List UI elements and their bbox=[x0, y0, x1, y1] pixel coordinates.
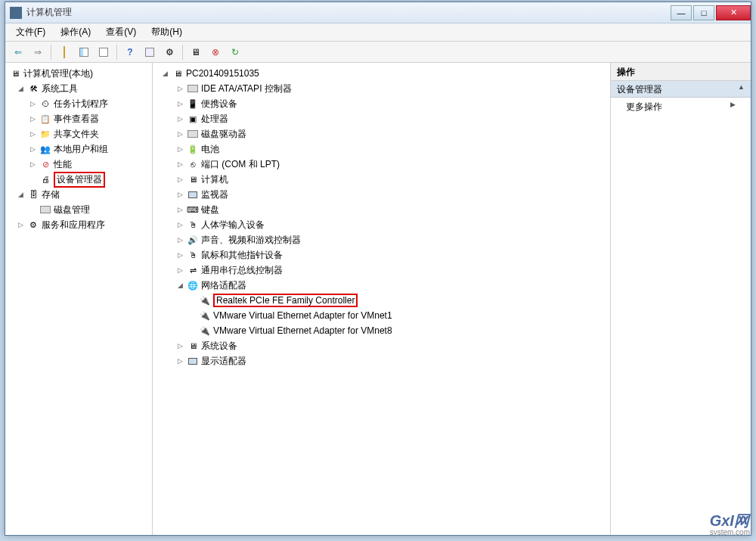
titlebar[interactable]: 计算机管理 — □ ✕ bbox=[5, 2, 751, 23]
dev-mouse[interactable]: ▷ 🖱 鼠标和其他指针设备 bbox=[154, 247, 609, 263]
expander-icon[interactable]: ▷ bbox=[16, 221, 25, 229]
dev-cpu[interactable]: ▷ ▣ 处理器 bbox=[154, 111, 609, 126]
tree-services[interactable]: ▷ ⚙ 服务和应用程序 bbox=[7, 217, 150, 232]
refresh-button[interactable]: ↻ bbox=[227, 44, 243, 61]
tree-event[interactable]: ▷ 📋 事件查看器 bbox=[7, 111, 150, 126]
clock-icon: ⏲ bbox=[39, 98, 51, 110]
disk-icon bbox=[39, 204, 51, 216]
more-actions[interactable]: 更多操作 ▶ bbox=[611, 98, 751, 117]
hid-icon: 🖱 bbox=[187, 219, 199, 231]
device-tree-pane[interactable]: ◢ 🖥 PC201409151035 ▷ IDE ATA/ATAPI 控制器 ▷… bbox=[153, 63, 611, 535]
expander-icon[interactable]: ▷ bbox=[28, 100, 37, 107]
tree-label: 通用串行总线控制器 bbox=[201, 264, 283, 277]
tree-systools[interactable]: ◢ 🛠 系统工具 bbox=[7, 81, 150, 96]
expander-icon[interactable]: ▷ bbox=[28, 145, 37, 153]
expander-icon[interactable]: ▷ bbox=[175, 266, 184, 274]
tree-share[interactable]: ▷ 📁 共享文件夹 bbox=[7, 126, 150, 141]
tree-label: PC201409151035 bbox=[186, 68, 259, 79]
tree-root[interactable]: 🖥 计算机管理(本地) bbox=[7, 66, 150, 81]
menu-view[interactable]: 查看(V) bbox=[100, 24, 142, 40]
tree-diskmgr[interactable]: 磁盘管理 bbox=[7, 202, 150, 217]
properties-button[interactable] bbox=[95, 44, 112, 61]
expander-icon[interactable]: ◢ bbox=[175, 281, 184, 289]
expander-icon[interactable]: ▷ bbox=[28, 115, 37, 123]
expander-icon[interactable]: ▷ bbox=[175, 100, 184, 107]
expander-icon[interactable]: ▷ bbox=[175, 160, 184, 168]
dev-ide[interactable]: ▷ IDE ATA/ATAPI 控制器 bbox=[154, 81, 609, 96]
dev-sysdev[interactable]: ▷ 🖥 系统设备 bbox=[154, 338, 609, 353]
expander-icon[interactable]: ▷ bbox=[175, 357, 184, 365]
dev-portable[interactable]: ▷ 📱 便携设备 bbox=[154, 96, 609, 111]
expander-icon[interactable]: ◢ bbox=[160, 70, 169, 77]
dev-keyboard[interactable]: ▷ ⌨ 键盘 bbox=[154, 202, 609, 217]
dev-display[interactable]: ▷ 显示适配器 bbox=[154, 353, 609, 368]
show-hide-tree-button[interactable] bbox=[76, 44, 92, 61]
nic-icon: 🔌 bbox=[199, 309, 211, 322]
dev-usb[interactable]: ▷ ⇌ 通用串行总线控制器 bbox=[154, 263, 609, 278]
toolbar-btn-8[interactable]: ⚙ bbox=[161, 44, 178, 61]
tree-label: 鼠标和其他指针设备 bbox=[201, 249, 283, 262]
minimize-button[interactable]: — bbox=[671, 5, 692, 20]
tree-label: 系统设备 bbox=[201, 340, 237, 353]
expander-icon[interactable]: ▷ bbox=[175, 145, 184, 153]
dev-nic2[interactable]: 🔌 VMware Virtual Ethernet Adapter for VM… bbox=[154, 308, 609, 323]
expander-icon[interactable]: ▷ bbox=[175, 85, 184, 92]
dev-network[interactable]: ◢ 🌐 网络适配器 bbox=[154, 278, 609, 293]
dev-monitors[interactable]: ▷ 监视器 bbox=[154, 187, 609, 202]
expander-icon[interactable]: ▷ bbox=[175, 236, 184, 244]
tree-label-highlighted: 设备管理器 bbox=[54, 172, 105, 188]
tree-label: 处理器 bbox=[201, 113, 228, 126]
help-button[interactable]: ? bbox=[122, 44, 138, 61]
tree-label: 本地用户和组 bbox=[54, 143, 108, 156]
gear-icon: ⚙ bbox=[166, 47, 174, 58]
actions-section[interactable]: 设备管理器 ▲ bbox=[611, 81, 751, 98]
tree-devmgr[interactable]: 🖨 设备管理器 bbox=[7, 172, 150, 187]
dev-battery[interactable]: ▷ 🔋 电池 bbox=[154, 141, 609, 157]
tree-label: 共享文件夹 bbox=[54, 128, 99, 141]
scan-hardware-button[interactable]: 🖥 bbox=[187, 44, 204, 61]
expander-icon[interactable]: ▷ bbox=[175, 176, 184, 183]
tree-storage[interactable]: ◢ 🗄 存储 bbox=[7, 187, 150, 202]
back-button[interactable]: ⇐ bbox=[10, 44, 26, 61]
tree-label: 计算机管理(本地) bbox=[23, 67, 93, 80]
expander-icon[interactable]: ◢ bbox=[16, 191, 25, 198]
tree-label: 系统工具 bbox=[42, 82, 78, 95]
dev-sound[interactable]: ▷ 🔊 声音、视频和游戏控制器 bbox=[154, 232, 609, 247]
sysdev-icon: 🖥 bbox=[187, 340, 199, 352]
dev-hid[interactable]: ▷ 🖱 人体学输入设备 bbox=[154, 217, 609, 232]
forward-button[interactable]: ⇒ bbox=[29, 44, 46, 61]
dev-root[interactable]: ◢ 🖥 PC201409151035 bbox=[154, 66, 609, 81]
expander-icon[interactable]: ◢ bbox=[16, 85, 25, 92]
toolbar-btn-7[interactable] bbox=[141, 44, 158, 61]
up-button[interactable] bbox=[56, 44, 73, 61]
dev-diskdrive[interactable]: ▷ 磁盘驱动器 bbox=[154, 126, 609, 141]
left-tree-pane[interactable]: 🖥 计算机管理(本地) ◢ 🛠 系统工具 ▷ ⏲ 任务计划程序 ▷ 📋 事件查看… bbox=[5, 63, 153, 535]
folder-up-icon bbox=[64, 47, 65, 58]
expander-icon[interactable]: ▷ bbox=[175, 342, 184, 350]
maximize-button[interactable]: □ bbox=[693, 5, 714, 20]
tree-label: 电池 bbox=[201, 143, 219, 156]
tree-label: 任务计划程序 bbox=[54, 98, 108, 110]
menu-file[interactable]: 文件(F) bbox=[10, 24, 51, 40]
expander-icon[interactable]: ▷ bbox=[175, 221, 184, 229]
tree-label: 性能 bbox=[54, 158, 72, 171]
menu-action[interactable]: 操作(A) bbox=[54, 24, 97, 40]
dev-computer[interactable]: ▷ 🖥 计算机 bbox=[154, 172, 609, 187]
menu-help[interactable]: 帮助(H) bbox=[145, 24, 188, 40]
tree-label: 计算机 bbox=[201, 173, 228, 186]
dev-ports[interactable]: ▷ ⎋ 端口 (COM 和 LPT) bbox=[154, 157, 609, 172]
close-button[interactable]: ✕ bbox=[716, 5, 751, 20]
tree-task[interactable]: ▷ ⏲ 任务计划程序 bbox=[7, 96, 150, 111]
expander-icon[interactable]: ▷ bbox=[28, 160, 37, 168]
dev-nic1[interactable]: 🔌 Realtek PCIe FE Family Controller bbox=[154, 293, 609, 308]
expander-icon[interactable]: ▷ bbox=[175, 130, 184, 138]
uninstall-button[interactable]: ⊗ bbox=[207, 44, 224, 61]
expander-icon[interactable]: ▷ bbox=[175, 251, 184, 259]
expander-icon[interactable]: ▷ bbox=[175, 115, 184, 123]
tree-users[interactable]: ▷ 👥 本地用户和组 bbox=[7, 141, 150, 157]
tree-perf[interactable]: ▷ ⊘ 性能 bbox=[7, 157, 150, 172]
expander-icon[interactable]: ▷ bbox=[175, 206, 184, 213]
expander-icon[interactable]: ▷ bbox=[28, 130, 37, 138]
expander-icon[interactable]: ▷ bbox=[175, 191, 184, 198]
dev-nic3[interactable]: 🔌 VMware Virtual Ethernet Adapter for VM… bbox=[154, 323, 609, 338]
